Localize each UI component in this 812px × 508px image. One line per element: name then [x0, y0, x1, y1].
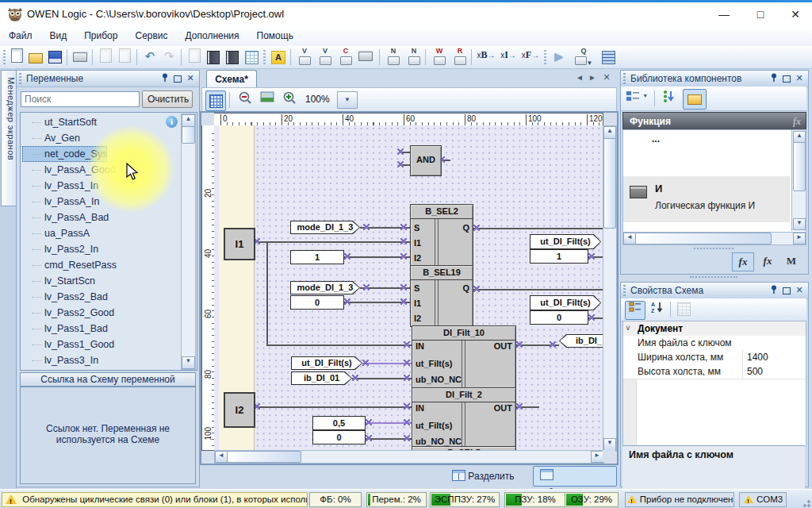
variable-tag[interactable]: ib_DI_01	[291, 371, 352, 385]
undo-button[interactable]: ↶	[141, 48, 159, 66]
tab-scroll-right-icon[interactable]: ►	[587, 73, 598, 82]
property-row[interactable]: Ширина холста, мм 1400	[623, 350, 806, 365]
q-block-dropdown[interactable]: Q▼	[571, 48, 596, 67]
scrollbar-thumb[interactable]	[182, 126, 195, 144]
com-port-status[interactable]: COM3	[739, 492, 787, 507]
scroll-down-icon[interactable]: ▼	[793, 218, 806, 230]
maximize-button[interactable]: □	[744, 5, 777, 24]
redo-button[interactable]: ↷	[160, 48, 178, 66]
menu-service[interactable]: Сервис	[126, 27, 176, 44]
scroll-up-icon[interactable]: ▲	[182, 114, 195, 127]
library-item-and[interactable]: И Логическая функция И	[623, 176, 790, 222]
scrollbar-thumb[interactable]	[793, 142, 806, 191]
variable-item[interactable]: lv_PassA_Good	[22, 162, 116, 178]
close-panel-icon[interactable]: ✕	[185, 73, 196, 84]
pin-icon[interactable]	[768, 285, 779, 296]
library-hscrollbar[interactable]: ◄ ►	[622, 232, 806, 245]
project-info-button[interactable]	[205, 48, 222, 66]
output-init-value[interactable]: 0	[530, 310, 588, 325]
variables-scrollbar[interactable]: ▲ ▼	[181, 114, 196, 370]
open-project-button[interactable]	[27, 48, 44, 66]
close-panel-icon[interactable]: ✕	[794, 285, 805, 296]
split-view-button[interactable]: Разделить	[452, 468, 514, 487]
scroll-down-icon[interactable]: ▼	[603, 438, 616, 451]
scrollbar-thumb[interactable]	[603, 138, 616, 229]
variable-tag[interactable]: ut_DI_Filt(s)	[291, 356, 362, 370]
tab-functions[interactable]: fx	[732, 252, 754, 271]
scroll-right-icon[interactable]: ►	[591, 451, 603, 463]
and-block[interactable]: AND	[410, 145, 442, 176]
toggle-grid-button[interactable]	[205, 90, 226, 111]
read-tool[interactable]: R	[450, 48, 469, 67]
property-category-row[interactable]: ˅ Документ	[623, 321, 806, 337]
variable-item[interactable]: lv_Pass1_In	[22, 178, 98, 194]
scroll-down-icon[interactable]: ▼	[182, 356, 195, 369]
calculator-button[interactable]	[599, 48, 617, 66]
copy-button[interactable]	[97, 48, 114, 66]
output-init-value[interactable]: 1	[530, 249, 588, 264]
scroll-up-icon[interactable]: ▲	[603, 126, 616, 139]
scroll-up-icon[interactable]: ▲	[793, 131, 806, 143]
constant-tool[interactable]: C	[336, 48, 355, 67]
tab-screen-manager[interactable]: Менеджер экранов	[1, 70, 17, 206]
view-mode-button[interactable]: ▼	[626, 90, 649, 107]
write-tool[interactable]: W	[430, 48, 449, 67]
pin-icon[interactable]	[159, 73, 170, 84]
fb-block-b-sel2[interactable]: B_SEL2 S I1 I2 Q	[410, 204, 473, 267]
tab-scroll-left-icon[interactable]: ◄	[574, 73, 585, 82]
resize-grip[interactable]	[801, 498, 810, 507]
comment-tool-button[interactable]: A	[270, 48, 287, 66]
output-variable-tag[interactable]: ut_DI_Filt(s)	[530, 234, 601, 249]
output-variable-tag[interactable]: ib_DI_	[559, 334, 603, 348]
constant-box[interactable]: 0,5	[312, 416, 366, 430]
scroll-left-icon[interactable]: ◄	[623, 233, 636, 244]
menu-device[interactable]: Прибор	[75, 27, 126, 44]
library-item-up[interactable]: ...	[652, 133, 660, 144]
close-button[interactable]: ✕	[779, 5, 812, 24]
variable-item[interactable]: lv_PassA_Bad	[22, 210, 109, 225]
tab-close-icon[interactable]: ✕	[601, 72, 612, 83]
variable-tag[interactable]: mode_DI_1_3	[290, 221, 360, 234]
alphabetical-sort-button[interactable]: AZ	[647, 301, 666, 318]
variable-item[interactable]: lv_Pass2_In	[22, 241, 98, 257]
variables-table-button[interactable]	[243, 48, 260, 66]
canvas-hscrollbar[interactable]: ◄ ►	[214, 450, 604, 464]
variable-item[interactable]: lv_PassA_In	[22, 194, 99, 210]
maximize-panel-icon[interactable]	[781, 285, 792, 296]
variable-item[interactable]: lv_StartScn	[22, 273, 95, 289]
library-vscrollbar[interactable]: ▲ ▼	[791, 130, 806, 231]
scrollbar-thumb[interactable]	[227, 451, 301, 463]
variable-tag[interactable]: mode_DI_1_3	[290, 281, 360, 294]
minimize-button[interactable]: —	[707, 5, 741, 24]
folders-view-button[interactable]	[683, 89, 707, 110]
categorized-view-button[interactable]	[625, 301, 645, 320]
property-value[interactable]: 500	[742, 364, 804, 379]
variable-item[interactable]: Av_Gen	[22, 130, 80, 146]
constant-box[interactable]: 0	[290, 295, 344, 310]
property-row[interactable]: Имя файла с ключом	[623, 336, 806, 351]
output-variable-tag[interactable]: ut_DI_Filt(s)	[530, 295, 601, 310]
variable-item[interactable]: ut_StartSoft	[22, 114, 97, 130]
device-status[interactable]: Прибор не подключен	[625, 492, 734, 507]
canvas-vscrollbar[interactable]: ▲ ▼	[603, 125, 617, 452]
property-pages-button[interactable]	[675, 300, 692, 318]
function-group-header[interactable]: Функция fx	[622, 112, 806, 131]
maximize-panel-icon[interactable]	[781, 73, 792, 84]
fb-block-di-filt-2[interactable]: DI_Filt_2 IN ut_Filt(s) ub_NO_NC OUT	[412, 387, 516, 449]
pages-button[interactable]	[186, 48, 203, 66]
network-input-tool[interactable]: N	[384, 48, 403, 67]
merge-view-button[interactable]: Объединить	[533, 466, 617, 487]
convert-to-float-tool[interactable]: xF→	[520, 49, 541, 65]
new-project-button[interactable]	[8, 48, 25, 66]
variable-item[interactable]: lv_Pass1_Bad	[22, 321, 108, 337]
property-value[interactable]: 1400	[742, 350, 804, 364]
fb-block-di-filt-10[interactable]: DI_Filt_10 IN ut_Filt(s) ub_NO_NC OUT	[412, 325, 516, 389]
scroll-right-icon[interactable]: ►	[793, 233, 806, 244]
search-input[interactable]	[21, 91, 140, 107]
tab-macros[interactable]: M	[781, 252, 802, 270]
variable-item[interactable]: ua_PassA	[22, 225, 90, 241]
variable-item[interactable]: cmd_ResetPass	[22, 257, 117, 273]
variable-item[interactable]: lv_Pass2_Bad	[22, 289, 108, 305]
schema-canvas[interactable]: I1 I2 AND B_SEL2 S I1 I2 Q B_SEL19	[214, 125, 603, 450]
input-block-i1[interactable]: I1	[224, 228, 255, 260]
